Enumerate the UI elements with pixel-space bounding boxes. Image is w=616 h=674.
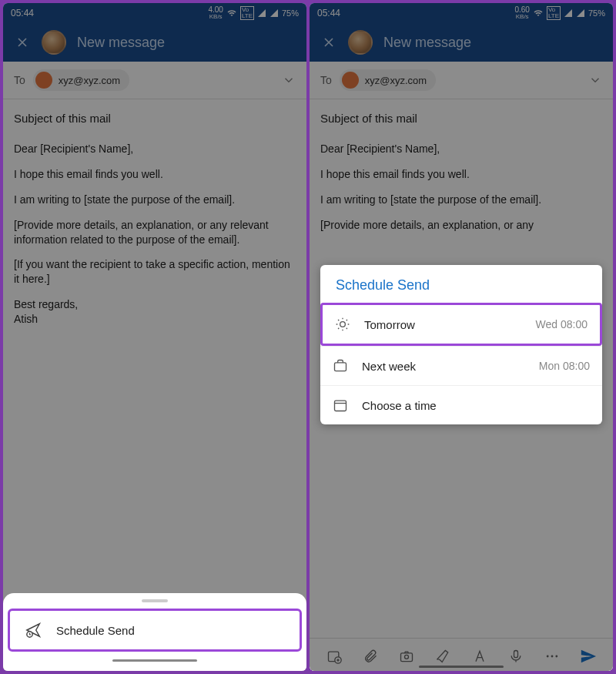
svg-rect-2 [335,363,346,371]
option-time: Wed 08:00 [536,318,588,330]
option-tomorrow[interactable]: Tomorrow Wed 08:00 [320,303,602,346]
phone-right: 05:44 0.60KB/s VoLTE 75% New message To [310,3,613,671]
option-label: Next week [362,360,525,373]
schedule-send-button[interactable]: Schedule Send [8,609,302,652]
phone-left: 05:44 4.00KB/s VoLTE 75% New message To [3,3,306,671]
drag-handle[interactable] [142,599,168,602]
schedule-send-label: Schedule Send [56,624,135,637]
option-time: Mon 08:00 [539,360,590,372]
nav-bar[interactable] [112,659,197,662]
sun-icon [335,317,350,332]
option-next-week[interactable]: Next week Mon 08:00 [320,346,602,385]
calendar-icon [333,397,348,413]
svg-point-1 [340,322,346,327]
schedule-send-dialog: Schedule Send Tomorrow Wed 08:00 Next we… [320,265,602,424]
dim-overlay [3,3,306,671]
bottom-sheet: Schedule Send [3,593,306,671]
option-label: Choose a time [362,399,576,412]
briefcase-icon [333,358,348,374]
dialog-title: Schedule Send [320,265,602,303]
svg-rect-3 [335,401,346,411]
option-label: Tomorrow [364,318,522,331]
send-later-icon [25,622,42,639]
option-choose-time[interactable]: Choose a time [320,385,602,424]
